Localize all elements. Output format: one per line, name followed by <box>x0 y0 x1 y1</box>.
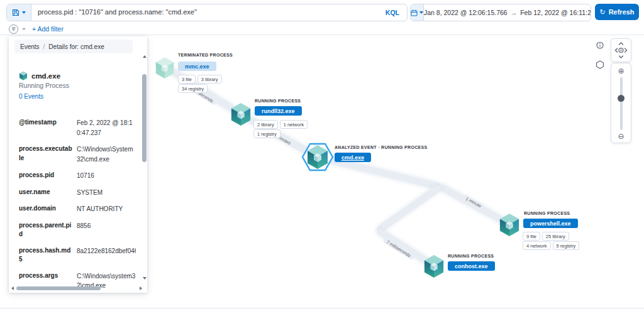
event-count-badge[interactable]: 25 library <box>542 232 569 241</box>
horizontal-scrollbar <box>10 286 140 290</box>
panel-process-title: cmd.exe <box>31 72 60 80</box>
zoom-out-button[interactable]: ⊖ <box>611 133 631 140</box>
refresh-icon: ↻ <box>599 8 605 16</box>
running-process-cube-icon <box>230 102 252 126</box>
scrollbar-right-arrow[interactable] <box>140 286 142 290</box>
terminated-process-cube-icon <box>155 57 175 79</box>
date-picker: Jan 8, 2022 @ 12:06:15.766 → Feb 12, 202… <box>410 4 591 21</box>
node-name-pill-conhost[interactable]: conhost.exe <box>448 261 495 271</box>
event-count-badge[interactable]: 1 network <box>280 120 308 129</box>
process-node-cmd-selected[interactable] <box>301 139 335 177</box>
chevron-down-icon[interactable] <box>22 28 26 30</box>
query-input[interactable]: process.pid : "10716" and process.name: … <box>31 4 378 21</box>
scrollbar-up-arrow[interactable] <box>143 55 147 58</box>
breadcrumb-events-link[interactable]: Events <box>20 43 40 50</box>
top-separator <box>0 35 644 35</box>
field-value: C:\Windows\System32\cmd.exe <box>77 144 136 164</box>
field-term: @timestamp <box>19 118 73 138</box>
field-term: user.domain <box>19 204 73 214</box>
field-term: user.name <box>19 188 73 198</box>
process-node-mmc[interactable] <box>155 57 175 82</box>
resolver-app: process.pid : "10716" and process.name: … <box>0 0 644 321</box>
zoom-in-button[interactable]: ⊕ <box>611 67 631 75</box>
field-value: SYSTEM <box>77 188 136 198</box>
field-term: process.pid <box>19 171 73 181</box>
field-term: process.executable <box>19 144 73 164</box>
event-count-badge[interactable]: 5 registry <box>553 241 580 250</box>
bottom-separator <box>0 308 644 308</box>
field-row: @timestamp Feb 2, 2022 @ 18:10:47.237 <box>19 118 136 138</box>
event-count-badge[interactable]: 3 file <box>178 75 196 84</box>
date-quick-menu-button[interactable] <box>411 4 424 21</box>
chevron-down-icon <box>22 11 26 14</box>
zoom-slider-thumb[interactable] <box>618 95 625 102</box>
panel-process-state: Running Process <box>19 82 69 89</box>
field-row: user.domain NT AUTHORITY <box>19 204 136 214</box>
date-range-end[interactable]: Feb 12, 2022 @ 16:11:28.503 <box>520 9 591 16</box>
saved-query-menu-button[interactable] <box>7 4 31 21</box>
node-state-label: RUNNING PROCESS <box>448 254 494 258</box>
pan-up-button[interactable] <box>619 43 623 45</box>
field-value: Feb 2, 2022 @ 18:10:47.237 <box>77 118 136 138</box>
edge-branch-down <box>376 184 442 234</box>
node-state-label: TERMINATED PROCESS <box>178 53 233 57</box>
refresh-label: Refresh <box>609 8 635 16</box>
breadcrumb-separator: / <box>43 43 45 50</box>
schema-hexagon-button[interactable] <box>596 60 604 69</box>
field-row: process.pid 10716 <box>19 171 136 181</box>
refresh-button[interactable]: ↻ Refresh <box>595 4 639 20</box>
node-name-pill-cmd[interactable]: cmd.exe <box>335 153 371 162</box>
process-field-list: @timestamp Feb 2, 2022 @ 18:10:47.237 pr… <box>19 118 136 298</box>
events-count-link[interactable]: 0 Events <box>19 93 43 100</box>
filter-settings-icon[interactable] <box>9 24 18 34</box>
event-count-badge[interactable]: 1 registry <box>253 129 280 138</box>
vertical-scrollbar-thumb[interactable] <box>142 74 147 162</box>
field-row: process.parent.pid 8856 <box>19 221 136 239</box>
chevron-down-icon <box>419 11 423 14</box>
query-bar: process.pid : "10716" and process.name: … <box>6 4 408 21</box>
pan-left-button[interactable] <box>616 48 618 52</box>
analyzed-event-hexagon-icon <box>301 139 335 175</box>
field-term: process.parent.pid <box>19 221 73 239</box>
running-process-cube-icon <box>499 213 520 237</box>
horizontal-scrollbar-thumb[interactable] <box>16 286 101 290</box>
node-name-pill-powershell[interactable]: powershell.exe <box>523 219 578 228</box>
vertical-scrollbar <box>142 53 147 284</box>
node-name-pill-rundll32[interactable]: rundll32.exe <box>255 106 302 116</box>
event-count-badge[interactable]: 4 network <box>523 241 551 250</box>
center-on-node-button[interactable] <box>619 48 623 53</box>
saved-query-icon <box>12 9 19 16</box>
process-node-powershell[interactable] <box>499 213 520 239</box>
breadcrumb: Events / Details for: cmd.exe <box>14 40 133 53</box>
info-button[interactable] <box>596 41 604 49</box>
calendar-icon <box>411 9 418 16</box>
field-row: process.hash.md5 8a2122e8162dbef04694 <box>19 246 136 264</box>
date-range-start[interactable]: Jan 8, 2022 @ 12:06:15.766 <box>424 9 508 16</box>
field-value: NT AUTHORITY <box>77 204 136 214</box>
pan-controls <box>611 38 631 62</box>
date-range-arrow: → <box>511 9 518 16</box>
pan-down-button[interactable] <box>619 56 623 58</box>
add-filter-link[interactable]: + Add filter <box>32 25 64 33</box>
event-count-badge[interactable]: 9 file <box>523 232 540 241</box>
process-node-conhost[interactable] <box>423 254 445 281</box>
node-state-label: RUNNING PROCESS <box>255 99 301 103</box>
node-name-pill-mmc[interactable]: mmc.exe <box>178 62 216 71</box>
breadcrumb-current: Details for: cmd.exe <box>48 43 104 50</box>
event-count-badge[interactable]: 2 library <box>253 120 278 129</box>
node-detail-panel: Events / Details for: cmd.exe cmd.exe Ru… <box>9 36 147 293</box>
field-term: process.hash.md5 <box>19 246 73 264</box>
node-state-label: RUNNING PROCESS <box>524 211 570 215</box>
process-node-rundll32[interactable] <box>230 102 252 129</box>
zoom-controls: ⊕ ⊖ <box>611 63 631 143</box>
pan-right-button[interactable] <box>625 48 627 52</box>
filter-bar: + Add filter <box>9 24 64 34</box>
scrollbar-left-arrow[interactable] <box>11 286 14 290</box>
node-state-label: ANALYZED EVENT · RUNNING PROCESS <box>335 145 427 150</box>
field-row: process.executable C:\Windows\System32\c… <box>19 144 136 164</box>
scrollbar-down-arrow[interactable] <box>143 277 147 280</box>
event-count-badge[interactable]: 34 registry <box>178 84 208 93</box>
event-count-badge[interactable]: 3 library <box>197 75 222 84</box>
query-language-button[interactable]: KQL <box>378 9 407 16</box>
process-cube-icon <box>19 71 28 80</box>
